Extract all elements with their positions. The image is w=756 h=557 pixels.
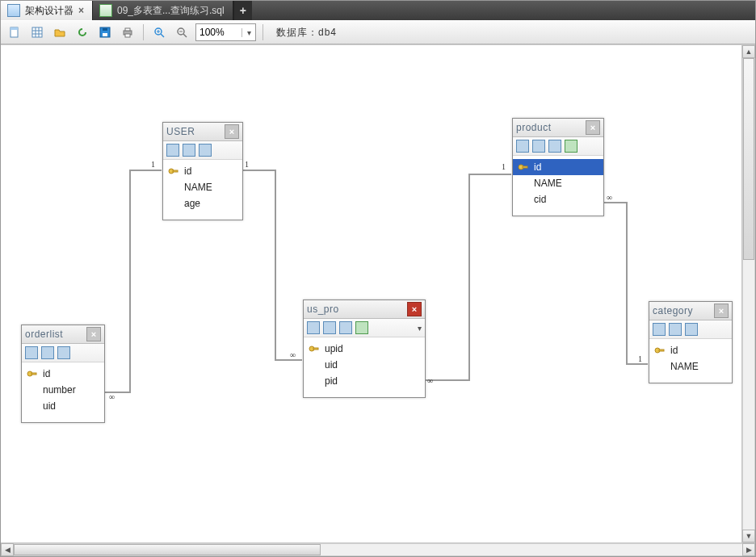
table-columns-icon[interactable] — [183, 144, 195, 157]
close-icon[interactable]: × — [714, 304, 729, 318]
sql-file-icon — [99, 4, 112, 17]
relation-lines — [1, 45, 744, 542]
zoom-out-icon — [175, 26, 188, 39]
folder-icon — [53, 26, 66, 39]
svg-rect-12 — [173, 170, 178, 172]
chevron-down-icon[interactable]: ▾ — [418, 324, 422, 333]
chevron-down-icon[interactable]: ▾ — [242, 28, 255, 37]
close-icon[interactable]: × — [586, 120, 600, 135]
scroll-right-button[interactable]: ▶ — [742, 543, 755, 556]
print-icon — [121, 26, 134, 39]
close-icon[interactable]: × — [86, 327, 101, 341]
table-title-bar[interactable]: orderlist × — [22, 325, 104, 344]
close-icon[interactable]: × — [78, 5, 84, 16]
table-view-icon[interactable] — [516, 140, 529, 153]
table-view-icon[interactable] — [653, 323, 666, 336]
table-add-icon[interactable] — [565, 140, 578, 153]
table-left-icon[interactable] — [199, 144, 212, 157]
separator — [262, 24, 263, 40]
column-pid[interactable]: pid — [304, 373, 425, 389]
schema-canvas[interactable]: ▲ ▼ 1 ∞ 1 ∞ 1 ∞ ∞ 1 — [1, 44, 755, 542]
column-uid[interactable]: uid — [22, 398, 104, 414]
print-button[interactable] — [119, 23, 136, 41]
tab-label: 09_多表查...查询练习.sql — [117, 4, 225, 18]
table-left-icon[interactable] — [548, 140, 561, 153]
table-USER[interactable]: USER × id NAME age — [162, 122, 243, 220]
key-icon — [27, 368, 38, 379]
new-button[interactable] — [6, 23, 23, 41]
table-toolbar — [163, 141, 242, 160]
new-tab-button[interactable]: + — [233, 1, 252, 20]
svg-rect-4 — [103, 33, 107, 36]
column-cid[interactable]: cid — [513, 191, 603, 207]
table-toolbar: ▾ — [304, 319, 425, 337]
column-id[interactable]: id — [163, 163, 242, 179]
column-number[interactable]: number — [22, 382, 104, 398]
cardinality-many: ∞ — [109, 392, 115, 401]
column-upid[interactable]: upid — [304, 341, 425, 357]
grid-button[interactable] — [28, 23, 46, 41]
app-window: 架构设计器 × 09_多表查...查询练习.sql + — [0, 0, 756, 557]
table-left-icon[interactable] — [339, 321, 352, 334]
column-age[interactable]: age — [163, 195, 242, 211]
scroll-left-button[interactable]: ◀ — [1, 543, 14, 556]
scroll-down-button[interactable]: ▼ — [742, 530, 755, 542]
close-icon[interactable]: × — [407, 302, 422, 316]
vertical-scrollbar[interactable]: ▲ ▼ — [741, 45, 755, 542]
table-columns-icon[interactable] — [669, 323, 682, 336]
zoom-input[interactable] — [196, 25, 242, 40]
scroll-track[interactable] — [14, 543, 742, 556]
table-toolbar — [22, 344, 104, 362]
table-columns-icon[interactable] — [532, 140, 545, 153]
tab-sql-file[interactable]: 09_多表查...查询练习.sql — [93, 1, 233, 20]
key-icon — [518, 161, 529, 173]
open-button[interactable] — [51, 23, 69, 41]
refresh-button[interactable] — [74, 23, 91, 41]
close-icon[interactable]: × — [225, 124, 239, 139]
column-NAME[interactable]: NAME — [163, 179, 242, 195]
table-us_pro[interactable]: us_pro × ▾ upid uid pid — [303, 299, 426, 398]
table-orderlist[interactable]: orderlist × id number uid — [21, 325, 105, 423]
designer-icon — [7, 4, 20, 17]
key-icon — [168, 165, 179, 177]
column-list: upid uid pid — [304, 337, 425, 397]
table-title-bar[interactable]: us_pro × — [304, 300, 425, 319]
horizontal-scrollbar[interactable]: ◀ ▶ — [1, 542, 755, 556]
table-columns-icon[interactable] — [41, 346, 54, 359]
zoom-in-button[interactable] — [150, 23, 168, 41]
zoom-combobox[interactable]: ▾ — [195, 23, 256, 41]
table-view-icon[interactable] — [307, 321, 320, 334]
tab-schema-designer[interactable]: 架构设计器 × — [1, 1, 93, 20]
column-uid[interactable]: uid — [304, 357, 425, 373]
column-id[interactable]: id — [649, 342, 732, 358]
scroll-thumb[interactable] — [743, 58, 754, 260]
table-columns-icon[interactable] — [323, 321, 336, 334]
table-view-icon[interactable] — [25, 346, 38, 359]
cardinality-many: ∞ — [607, 193, 612, 202]
cardinality-many: ∞ — [427, 376, 433, 385]
column-list: id NAME age — [163, 160, 242, 220]
column-id[interactable]: id — [513, 159, 603, 175]
column-id[interactable]: id — [22, 366, 104, 382]
column-NAME[interactable]: NAME — [513, 175, 603, 191]
column-list: id number uid — [22, 362, 104, 422]
scroll-track[interactable] — [742, 58, 755, 530]
table-product[interactable]: product × id NAME cid — [512, 118, 604, 216]
table-left-icon[interactable] — [685, 323, 698, 336]
table-add-icon[interactable] — [355, 321, 368, 334]
refresh-icon — [76, 26, 89, 39]
svg-rect-5 — [103, 28, 107, 31]
table-left-icon[interactable] — [57, 346, 70, 359]
scroll-up-button[interactable]: ▲ — [742, 45, 755, 58]
zoom-out-button[interactable] — [173, 23, 191, 41]
scroll-thumb[interactable] — [14, 544, 321, 555]
table-title-bar[interactable]: category × — [649, 302, 732, 320]
column-NAME[interactable]: NAME — [649, 358, 732, 375]
table-view-icon[interactable] — [166, 144, 179, 157]
table-category[interactable]: category × id NAME — [649, 301, 733, 383]
column-list: id NAME cid — [513, 156, 603, 216]
save-button[interactable] — [96, 23, 114, 41]
table-title-bar[interactable]: product × — [513, 119, 603, 137]
table-title-bar[interactable]: USER × — [163, 123, 242, 141]
svg-rect-8 — [125, 34, 130, 37]
